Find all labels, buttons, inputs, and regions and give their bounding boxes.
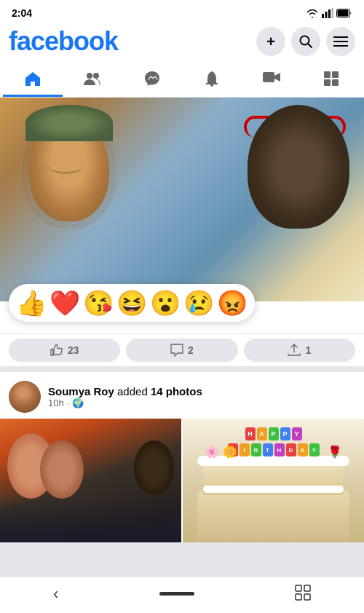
privacy-icon: 🌍 xyxy=(72,398,84,408)
time-text: 10h xyxy=(48,398,64,408)
like-icon xyxy=(50,344,63,357)
separator-dot: · xyxy=(67,398,70,408)
status-bar: 2:04 xyxy=(0,0,364,23)
like-button[interactable]: 23 xyxy=(9,339,120,362)
photo-cell-left[interactable] xyxy=(0,419,181,542)
tab-friends[interactable] xyxy=(63,63,122,97)
battery-icon xyxy=(336,9,352,17)
photo-count: 14 photos xyxy=(151,385,202,398)
svg-rect-16 xyxy=(332,71,339,78)
svg-rect-19 xyxy=(296,585,301,591)
reaction-wow[interactable]: 😮 xyxy=(150,288,181,317)
svg-point-13 xyxy=(210,84,213,87)
tab-home[interactable] xyxy=(3,63,63,97)
post-1-image xyxy=(0,98,364,301)
avatar-image xyxy=(9,381,41,413)
tab-notifications[interactable] xyxy=(182,63,242,97)
share-count: 1 xyxy=(305,344,311,356)
home-icon xyxy=(24,71,41,87)
reaction-angry[interactable]: 😡 xyxy=(217,288,248,317)
post-2: Soumya Roy added 14 photos 10h · 🌍 xyxy=(0,372,364,542)
feed: 👍 ❤️ 😘 😆 😮 😢 😡 23 2 xyxy=(0,98,364,577)
comment-button[interactable]: 2 xyxy=(126,339,237,362)
add-button[interactable]: + xyxy=(256,27,285,56)
menu-icon xyxy=(333,36,348,47)
svg-point-12 xyxy=(93,73,99,79)
plus-icon: + xyxy=(266,33,275,50)
photo-cell-right[interactable]: H A P P Y B I R T H D A Y xyxy=(183,419,364,542)
svg-rect-2 xyxy=(328,9,331,18)
post-action-text: added xyxy=(117,385,151,398)
video-icon xyxy=(262,71,281,86)
like-count: 23 xyxy=(68,344,79,356)
avatar xyxy=(9,381,41,413)
tab-marketplace[interactable] xyxy=(301,63,361,97)
svg-rect-21 xyxy=(296,594,301,600)
comment-count: 2 xyxy=(188,344,194,356)
svg-rect-15 xyxy=(324,71,331,78)
tab-video[interactable] xyxy=(242,63,301,97)
comment-icon xyxy=(170,344,183,357)
status-time: 2:04 xyxy=(12,7,32,19)
nav-tabs xyxy=(0,63,364,98)
svg-rect-22 xyxy=(304,594,310,600)
reaction-care[interactable]: 😘 xyxy=(83,288,114,317)
reaction-haha[interactable]: 😆 xyxy=(116,288,147,317)
status-icons xyxy=(306,8,352,18)
signal-icon xyxy=(322,8,333,18)
marketplace-icon xyxy=(323,70,340,87)
svg-point-11 xyxy=(87,73,92,79)
svg-line-7 xyxy=(308,44,312,47)
bottom-nav: ‹ xyxy=(0,577,364,613)
menu-button[interactable] xyxy=(326,27,355,56)
header-actions: + xyxy=(256,27,355,56)
svg-rect-5 xyxy=(338,10,349,17)
svg-rect-14 xyxy=(263,72,274,82)
svg-rect-3 xyxy=(332,8,334,18)
search-button[interactable] xyxy=(291,27,320,56)
photo-grid: H A P P Y B I R T H D A Y xyxy=(0,419,364,542)
tab-messenger[interactable] xyxy=(122,63,182,97)
post-2-header: Soumya Roy added 14 photos 10h · 🌍 xyxy=(0,372,364,419)
header: facebook + xyxy=(0,23,364,63)
reaction-like[interactable]: 👍 xyxy=(16,288,47,317)
share-icon xyxy=(288,344,301,357)
svg-rect-20 xyxy=(304,585,310,591)
svg-rect-18 xyxy=(332,79,339,86)
wifi-icon xyxy=(306,8,319,18)
svg-rect-0 xyxy=(322,14,324,18)
svg-rect-1 xyxy=(325,12,328,18)
back-button[interactable]: ‹ xyxy=(47,579,64,609)
recent-apps-icon xyxy=(295,585,311,601)
post-1-actions: 23 2 1 xyxy=(0,333,364,366)
reaction-bar-container: 👍 ❤️ 😘 😆 😮 😢 😡 xyxy=(0,301,364,328)
post-1: 👍 ❤️ 😘 😆 😮 😢 😡 23 2 xyxy=(0,98,364,366)
post-time: 10h · 🌍 xyxy=(48,398,355,408)
post-meta: Soumya Roy added 14 photos 10h · 🌍 xyxy=(48,385,355,408)
reaction-bar: 👍 ❤️ 😘 😆 😮 😢 😡 xyxy=(9,284,255,322)
author-name: Soumya Roy xyxy=(48,385,114,398)
reaction-love[interactable]: ❤️ xyxy=(50,288,80,317)
search-icon xyxy=(298,34,313,49)
friends-icon xyxy=(82,71,103,87)
facebook-logo: facebook xyxy=(9,26,118,57)
bell-icon xyxy=(204,70,220,87)
reaction-sad[interactable]: 😢 xyxy=(183,288,214,317)
home-pill[interactable] xyxy=(159,592,194,596)
post-author: Soumya Roy added 14 photos xyxy=(48,385,355,398)
svg-rect-17 xyxy=(324,79,331,86)
recent-apps-button[interactable] xyxy=(289,579,317,609)
share-button[interactable]: 1 xyxy=(244,339,355,362)
messenger-icon xyxy=(143,70,161,87)
home-pill-container xyxy=(159,592,194,596)
